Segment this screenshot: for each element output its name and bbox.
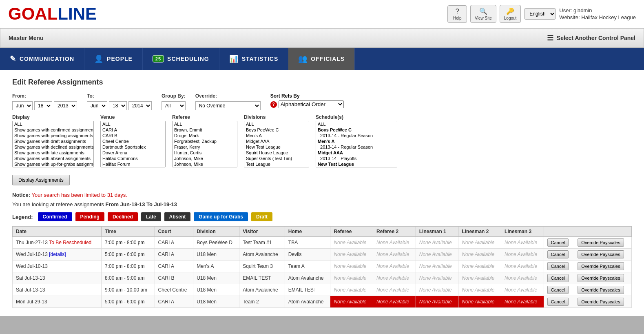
display-listbox[interactable]: ALL Show games with confirmed assignment…	[12, 121, 94, 167]
cancel-button[interactable]: Cancel	[547, 238, 569, 247]
venue-listbox[interactable]: ALL CARI A CARI B Cheel Centre Dartmouth…	[100, 121, 166, 167]
date-text: Thu Jun-27-13	[16, 240, 49, 245]
display-listbox-label: Display	[12, 114, 94, 120]
cell-referee-text: None Available	[334, 299, 366, 305]
nav-item-people[interactable]: 👤 PEOPLE	[84, 48, 143, 70]
table-row: Thu Jun-27-13 To Be Rescheduled7:00 pm -…	[13, 237, 632, 249]
cell-linesman1-text: None Available	[419, 299, 452, 305]
cancel-button[interactable]: Cancel	[547, 262, 569, 270]
cell-division: U18 Men	[193, 296, 239, 308]
from-year-select[interactable]: 2013	[54, 101, 77, 110]
override-payscales-button[interactable]: Override Payscales	[578, 262, 624, 270]
override-payscales-button[interactable]: Override Payscales	[578, 238, 624, 247]
cell-time: 7:00 pm - 8:00 pm	[102, 261, 155, 272]
cell-linesman1: None Available	[416, 296, 458, 308]
cell-time: 7:00 pm - 8:00 pm	[102, 237, 155, 249]
cancel-button[interactable]: Cancel	[547, 298, 569, 306]
header: GOALLINE ? Help 🔍 View Site 🔑 Logout Eng…	[0, 0, 644, 28]
col-action2	[574, 227, 632, 237]
from-day-select[interactable]: 18	[34, 101, 52, 110]
override-label: Override:	[195, 93, 261, 99]
cell-division: U18 Men	[193, 284, 239, 296]
cell-referee2: None Available	[373, 296, 416, 308]
user-info: User: gladmin Website: Halifax Hockey Le…	[559, 7, 636, 21]
cell-override: Override Payscales	[574, 261, 632, 272]
cell-linesman2: None Available	[458, 284, 501, 296]
date-link[interactable]: To Be Rescheduled	[49, 240, 91, 245]
sort-refs-select[interactable]: Alphabetical Order	[279, 100, 344, 108]
cell-referee2-text: None Available	[376, 252, 409, 257]
sort-question-badge[interactable]: ?	[270, 101, 277, 108]
cell-linesman2-text: None Available	[462, 275, 494, 281]
cell-visitor: Squirt Team 3	[239, 261, 285, 272]
notice-red-text: Your search has been limited to 31 days.	[31, 192, 127, 198]
cell-linesman2: None Available	[458, 237, 501, 249]
logout-button[interactable]: 🔑 Logout	[500, 5, 521, 23]
master-menu-label[interactable]: Master Menu	[9, 35, 44, 41]
cell-referee: None Available	[330, 249, 373, 261]
col-division: Division	[193, 227, 239, 237]
to-month-select[interactable]: Jun	[87, 101, 107, 110]
nav-item-officials[interactable]: 👥 OFFICIALS	[288, 48, 355, 70]
venue-listbox-label: Venue	[100, 114, 166, 120]
notice-date-range: From Jun-18-13 To Jul-19-13	[106, 201, 177, 207]
cell-linesman1: None Available	[416, 272, 458, 284]
venue-listbox-group: Venue ALL CARI A CARI B Cheel Centre Dar…	[100, 114, 166, 167]
cancel-button[interactable]: Cancel	[547, 250, 569, 258]
nav-item-statistics[interactable]: 📊 STATISTICS	[219, 48, 289, 70]
cell-referee2: None Available	[373, 284, 416, 296]
cell-linesman3-text: None Available	[505, 263, 537, 269]
view-site-button[interactable]: 🔍 View Site	[470, 5, 496, 23]
language-select[interactable]: English	[524, 8, 556, 20]
legend-draft: Draft	[251, 212, 272, 221]
cell-visitor: Atom Avalanche	[239, 284, 285, 296]
cancel-button[interactable]: Cancel	[547, 274, 569, 282]
referee-listbox[interactable]: ALL Brown, Emmit Droge, Mark Forgrabstes…	[172, 121, 237, 167]
cell-visitor: Atom Avalanche	[239, 249, 285, 261]
divisions-listbox[interactable]: ALL Boys PeeWee C Men's A Midget AAA New…	[244, 121, 309, 167]
cell-time: 5:00 pm - 6:00 pm	[102, 296, 155, 308]
from-label: From:	[12, 93, 77, 99]
col-referee2: Referee 2	[373, 227, 416, 237]
cell-linesman2: None Available	[458, 296, 501, 308]
cell-court: CARI A	[155, 261, 193, 272]
cell-cancel: Cancel	[544, 272, 574, 284]
override-payscales-button[interactable]: Override Payscales	[578, 250, 624, 258]
display-assignments-button[interactable]: Display Assignments	[12, 175, 70, 185]
people-icon: 👤	[94, 54, 104, 63]
schedules-listbox[interactable]: ALL Boys PeeWee C 2013-14 - Regular Seas…	[316, 121, 397, 167]
legend-absent: Absent	[164, 212, 191, 221]
help-button[interactable]: ? Help	[447, 5, 467, 23]
select-control-panel[interactable]: ☰ Select Another Control Panel	[547, 33, 635, 42]
table-row: Wed Jul-10-13 [details]5:00 pm - 6:00 pm…	[13, 249, 632, 261]
group-by-filter: Group By: All	[162, 93, 186, 110]
override-select[interactable]: No Override	[195, 101, 261, 110]
cell-referee2-text: None Available	[376, 287, 409, 293]
to-year-select[interactable]: 2014	[128, 101, 152, 110]
group-by-select[interactable]: All	[162, 101, 186, 110]
schedules-listbox-label: Schedule(s)	[316, 114, 397, 120]
col-date: Date	[13, 227, 102, 237]
cell-home: Atom Avalanche	[285, 272, 330, 284]
nav-item-scheduling[interactable]: 25 SCHEDULING	[143, 48, 219, 70]
table-row: Mon Jul-29-135:00 pm - 6:00 pmCARI AU18 …	[13, 296, 632, 308]
username: User: gladmin	[559, 7, 636, 13]
to-day-select[interactable]: 18	[109, 101, 127, 110]
statistics-icon: 📊	[229, 54, 239, 63]
cell-linesman3: None Available	[501, 296, 544, 308]
from-month-select[interactable]: Jun	[12, 101, 33, 110]
cell-visitor: EMAIL TEST	[239, 272, 285, 284]
communication-icon: ✎	[10, 54, 16, 63]
cell-referee: None Available	[330, 272, 373, 284]
override-payscales-button[interactable]: Override Payscales	[578, 298, 624, 306]
header-tools: ? Help 🔍 View Site 🔑 Logout English User…	[447, 5, 636, 23]
override-payscales-button[interactable]: Override Payscales	[578, 286, 624, 294]
logo-line: LINE	[58, 4, 97, 24]
website: Website: Halifax Hockey League	[559, 14, 636, 20]
nav-item-communication[interactable]: ✎ COMMUNICATION	[0, 48, 84, 70]
legend-pending: Pending	[75, 212, 104, 221]
legend-confirmed: Confirmed	[38, 212, 72, 221]
date-link[interactable]: [details]	[49, 252, 66, 257]
cancel-button[interactable]: Cancel	[547, 286, 569, 294]
override-payscales-button[interactable]: Override Payscales	[578, 274, 624, 282]
